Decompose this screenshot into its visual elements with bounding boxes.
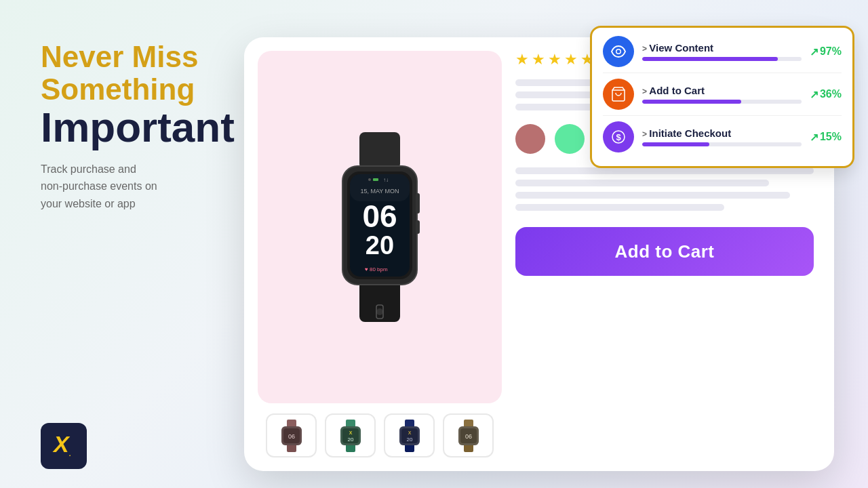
view-content-text: View Content	[649, 42, 713, 54]
checkout-pct: ↗ 15%	[810, 131, 842, 144]
checkout-arrow: ↗	[810, 131, 818, 144]
more-line-3	[515, 192, 790, 199]
metrics-card: > View Content ↗ 97%	[590, 26, 854, 168]
checkout-text: Initiate Checkout	[649, 127, 731, 139]
more-line-1	[515, 167, 814, 174]
checkout-bar-bg	[642, 142, 802, 146]
view-content-prefix: >	[642, 44, 649, 54]
svg-rect-24	[281, 426, 302, 445]
metric-row-add-to-cart: > Add to Cart ↗ 36%	[603, 79, 842, 110]
metric-row-view-content: > View Content ↗ 97%	[603, 36, 842, 67]
star-4: ★	[564, 51, 578, 68]
svg-text:06: 06	[362, 199, 397, 234]
svg-text:20: 20	[366, 231, 394, 260]
swatch-rose[interactable]	[515, 124, 545, 154]
add-to-cart-arrow: ↗	[810, 88, 818, 101]
thumbnail-mint[interactable]: X 20	[325, 413, 376, 458]
svg-text:X: X	[52, 431, 71, 457]
add-to-cart-icon-bg	[603, 79, 634, 110]
view-content-bar-bg	[642, 57, 802, 61]
star-2: ★	[532, 51, 545, 68]
svg-rect-44	[458, 426, 479, 445]
checkout-icon-bg: $	[603, 121, 634, 152]
thumbnail-rose[interactable]: 06	[266, 413, 317, 458]
more-line-4	[515, 204, 724, 211]
add-to-cart-content: > Add to Cart	[642, 85, 802, 104]
product-image-area: 15, MAY MON 06 20 ♥ 80 bpm ↑↓	[258, 51, 502, 403]
add-to-cart-bar-bg	[642, 100, 802, 104]
thumbnail-navy[interactable]: X 20	[384, 413, 435, 458]
thumbnails-row: 06 X 20 X 20	[258, 413, 502, 458]
swatch-mint[interactable]	[555, 124, 585, 154]
divider-2	[603, 115, 842, 116]
svg-rect-13	[350, 174, 410, 201]
svg-rect-31	[340, 426, 361, 445]
view-content-pct: ↗ 97%	[810, 45, 842, 58]
add-to-cart-prefix: >	[642, 87, 649, 96]
checkout-bar	[642, 142, 709, 146]
logo-text: X .	[50, 430, 77, 462]
svg-rect-17	[373, 178, 378, 181]
view-content-arrow: ↗	[810, 45, 818, 58]
view-content-label: > View Content	[642, 42, 802, 54]
svg-text:↑↓: ↑↓	[383, 177, 389, 183]
checkout-prefix: >	[642, 129, 649, 139]
checkout-pct-value: 15%	[820, 131, 842, 143]
svg-text:$: $	[616, 132, 621, 142]
description-text: Track purchase andnon-purchase events on…	[41, 161, 271, 213]
svg-rect-15	[416, 220, 420, 234]
checkout-content: > Initiate Checkout	[642, 127, 802, 146]
view-content-pct-value: 97%	[820, 45, 842, 58]
svg-rect-2	[359, 132, 400, 169]
view-content-content: > View Content	[642, 42, 802, 61]
add-to-cart-metric-text: Add to Cart	[649, 85, 705, 96]
svg-point-46	[617, 50, 620, 54]
headline-line2: Important	[41, 106, 271, 148]
star-1: ★	[515, 51, 529, 68]
star-3: ★	[548, 51, 561, 68]
more-line-2	[515, 180, 769, 186]
add-to-cart-button[interactable]: Add to Cart	[515, 227, 814, 276]
thumbnail-gold[interactable]: 06	[443, 413, 494, 458]
svg-rect-14	[416, 193, 420, 214]
add-to-cart-pct: ↗ 36%	[810, 88, 842, 101]
svg-rect-38	[399, 426, 420, 445]
svg-text:.: .	[69, 450, 71, 458]
svg-text:♥ 80 bpm: ♥ 80 bpm	[365, 266, 388, 272]
left-section: Never Miss Something Important Track pur…	[41, 41, 271, 213]
checkout-label: > Initiate Checkout	[642, 127, 802, 139]
divider-1	[603, 73, 842, 73]
svg-point-16	[368, 178, 371, 181]
metrics-overlay: > View Content ↗ 97%	[590, 26, 854, 168]
logo[interactable]: X .	[41, 423, 87, 469]
watch-image: 15, MAY MON 06 20 ♥ 80 bpm ↑↓	[305, 132, 454, 322]
more-desc-lines	[515, 167, 814, 211]
view-content-icon-bg	[603, 36, 634, 67]
add-to-cart-metric-label: > Add to Cart	[642, 85, 802, 96]
metric-row-checkout: $ > Initiate Checkout ↗ 15%	[603, 121, 842, 152]
headline-line1: Never Miss Something	[41, 41, 271, 106]
add-to-cart-bar	[642, 100, 741, 104]
view-content-bar	[642, 57, 778, 61]
svg-point-4	[376, 308, 383, 315]
add-to-cart-pct-value: 36%	[820, 88, 842, 100]
